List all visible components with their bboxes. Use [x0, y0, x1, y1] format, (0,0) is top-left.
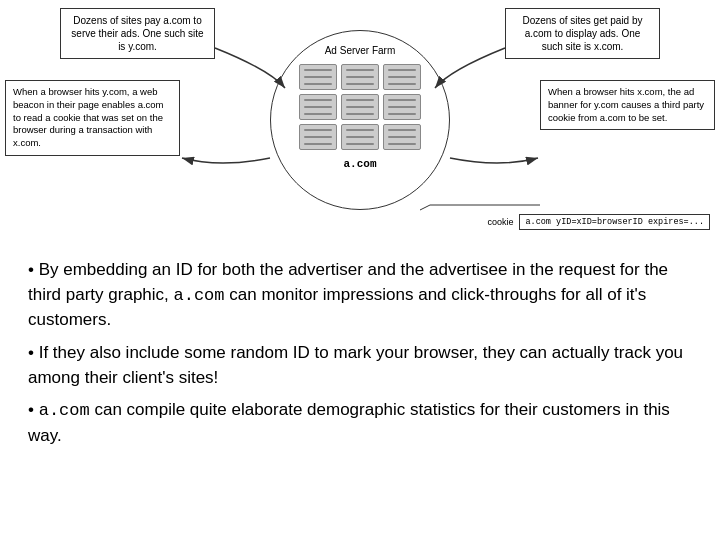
server-unit-6	[383, 94, 421, 120]
ad-server-farm-circle: Ad Server Farm a.com	[270, 30, 450, 210]
server-grid	[299, 64, 421, 150]
bullet-3-text1: •	[28, 400, 39, 419]
advertiser-box: Dozens of sites pay a.com to serve their…	[60, 8, 215, 59]
cookie-value: a.com yID=xID=browserID expires=...	[519, 214, 710, 230]
server-unit-1	[299, 64, 337, 90]
circle-title: Ad Server Farm	[325, 45, 396, 56]
left-desc-box: When a browser hits y.com, a web beacon …	[5, 80, 180, 156]
svg-line-2	[420, 205, 430, 210]
diagram-area: Dozens of sites pay a.com to serve their…	[0, 0, 720, 240]
bullet-2-text: • If they also include some random ID to…	[28, 343, 683, 387]
right-desc-box: When a browser hits x.com, the ad banner…	[540, 80, 715, 130]
left-desc-text: When a browser hits y.com, a web beacon …	[13, 86, 164, 148]
cookie-label: cookie	[487, 217, 513, 227]
server-unit-2	[341, 64, 379, 90]
publisher-box: Dozens of sites get paid by a.com to dis…	[505, 8, 660, 59]
bullet-3: • a.com can compile quite elaborate demo…	[28, 398, 692, 448]
cookie-row: cookie a.com yID=xID=browserID expires=.…	[487, 214, 710, 230]
circle-acom-label: a.com	[343, 158, 376, 170]
server-unit-5	[341, 94, 379, 120]
publisher-box-text: Dozens of sites get paid by a.com to dis…	[522, 15, 642, 52]
server-unit-3	[383, 64, 421, 90]
bullet-1: • By embedding an ID for both the advert…	[28, 258, 692, 333]
bullet-3-acom: a.com	[39, 401, 90, 420]
bullet-1-acom: a.com	[174, 286, 225, 305]
bullet-2: • If they also include some random ID to…	[28, 341, 692, 390]
advertiser-box-text: Dozens of sites pay a.com to serve their…	[71, 15, 203, 52]
server-unit-7	[299, 124, 337, 150]
server-unit-9	[383, 124, 421, 150]
text-area: • By embedding an ID for both the advert…	[0, 240, 720, 466]
server-unit-8	[341, 124, 379, 150]
bullet-3-text2: can compile quite elaborate demographic …	[28, 400, 670, 445]
right-desc-text: When a browser hits x.com, the ad banner…	[548, 86, 704, 123]
server-unit-4	[299, 94, 337, 120]
